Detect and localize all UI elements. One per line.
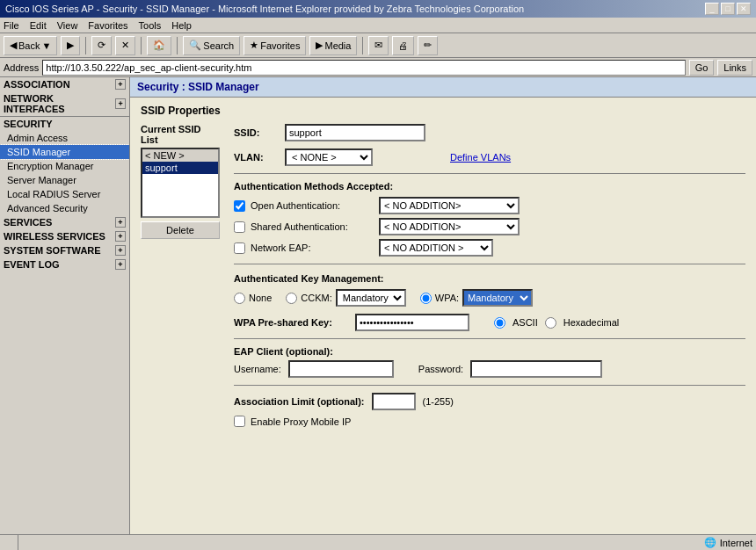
sidebar-item-server-manager[interactable]: Server Manager	[0, 173, 129, 187]
cckm-select[interactable]: Mandatory	[336, 289, 406, 307]
system-expand-icon[interactable]: +	[115, 245, 126, 256]
main-layout: ASSOCIATION + NETWORK INTERFACES + SECUR…	[0, 77, 756, 534]
links-button[interactable]: Links	[717, 60, 752, 76]
wireless-expand-icon[interactable]: +	[115, 231, 126, 242]
open-auth-checkbox[interactable]	[234, 200, 245, 212]
sidebar-item-ssid-manager[interactable]: SSID Manager	[0, 145, 129, 159]
shared-auth-checkbox[interactable]	[234, 221, 245, 233]
media-icon: ▶	[316, 40, 323, 51]
ssid-new-item[interactable]: < NEW >	[142, 149, 218, 162]
password-label: Password:	[418, 364, 463, 374]
menu-edit[interactable]: Edit	[30, 20, 47, 31]
print-button[interactable]: 🖨	[392, 36, 414, 55]
sidebar-section-services[interactable]: SERVICES +	[0, 215, 129, 229]
ssid-input[interactable]	[285, 124, 425, 141]
stop-button[interactable]: ✕	[115, 36, 135, 55]
username-input[interactable]	[288, 360, 394, 378]
delete-button[interactable]: Delete	[141, 221, 220, 239]
services-expand-icon[interactable]: +	[115, 217, 126, 228]
forward-button[interactable]: ▶	[61, 36, 80, 55]
close-button[interactable]: ✕	[737, 3, 751, 15]
cckm-label: CCKM:	[301, 293, 331, 303]
divider-2	[234, 264, 745, 264]
assoc-limit-input[interactable]	[372, 393, 416, 410]
key-mgmt-section: Authenticated Key Management: None CCKM:	[234, 273, 745, 307]
wpa-label: WPA:	[435, 293, 459, 303]
shared-auth-row: Shared Authentication: < NO ADDITION>	[234, 218, 745, 235]
sidebar: ASSOCIATION + NETWORK INTERFACES + SECUR…	[0, 77, 130, 534]
none-radio[interactable]	[234, 293, 245, 304]
wpa-radio[interactable]	[420, 293, 432, 304]
open-auth-label: Open Authentication:	[251, 200, 374, 211]
assoc-limit-label: Association Limit (optional):	[234, 396, 365, 407]
go-button[interactable]: Go	[689, 60, 715, 76]
network-eap-checkbox[interactable]	[234, 242, 245, 254]
toolbar: ◀ Back ▼ ▶ ⟳ ✕ 🏠 🔍 Search ★ Favorites ▶ …	[0, 33, 756, 58]
home-button[interactable]: 🏠	[147, 36, 171, 55]
encoding-group: ASCII Hexadecimal	[494, 317, 619, 329]
maximize-button[interactable]: □	[721, 3, 735, 15]
wpa-select[interactable]: Mandatory	[462, 289, 533, 307]
mail-button[interactable]: ✉	[368, 36, 389, 55]
sidebar-item-admin-access[interactable]: Admin Access	[0, 131, 129, 145]
sidebar-item-local-radius[interactable]: Local RADIUS Server	[0, 187, 129, 201]
menu-bar: File Edit View Favorites Tools Help	[0, 18, 756, 33]
separator-3	[177, 37, 178, 54]
sidebar-section-system[interactable]: SYSTEM SOFTWARE +	[0, 243, 129, 257]
none-label: None	[249, 293, 272, 303]
refresh-button[interactable]: ⟳	[91, 36, 112, 55]
section-title: SSID Properties	[141, 105, 745, 117]
ssid-list-box[interactable]: < NEW > support	[141, 148, 220, 218]
event-expand-icon[interactable]: +	[115, 259, 126, 270]
wpa-psk-input[interactable]	[355, 314, 469, 331]
cckm-radio[interactable]	[286, 293, 297, 304]
search-icon: 🔍	[189, 40, 201, 51]
back-button[interactable]: ◀ Back ▼	[4, 36, 57, 55]
ssid-list-container: Current SSID List < NEW > support Delete	[141, 124, 220, 239]
divider-1	[234, 173, 745, 174]
hexadecimal-label: Hexadecimal	[563, 317, 620, 328]
eap-credentials-row: Username: Password:	[234, 360, 745, 378]
sidebar-section-wireless[interactable]: WIRELESS SERVICES +	[0, 229, 129, 243]
hexadecimal-radio[interactable]	[545, 317, 556, 329]
edit-button[interactable]: ✏	[418, 36, 438, 55]
address-label: Address	[4, 62, 39, 73]
sidebar-section-association[interactable]: ASSOCIATION +	[0, 77, 129, 91]
ascii-radio[interactable]	[494, 317, 505, 329]
association-expand-icon[interactable]: +	[115, 79, 126, 90]
address-input[interactable]	[42, 60, 685, 76]
shared-auth-select[interactable]: < NO ADDITION>	[379, 218, 520, 235]
favorites-button[interactable]: ★ Favorites	[244, 36, 306, 55]
key-mgmt-title: Authenticated Key Management:	[234, 273, 745, 284]
window-controls[interactable]: _ □ ✕	[705, 3, 751, 15]
sidebar-item-encryption-manager[interactable]: Encryption Manager	[0, 159, 129, 173]
sidebar-section-network[interactable]: NETWORK INTERFACES +	[0, 91, 129, 116]
define-vlans-link[interactable]: Define VLANs	[450, 152, 511, 163]
menu-view[interactable]: View	[57, 20, 78, 31]
wpa-psk-label: WPA Pre-shared Key:	[234, 317, 348, 328]
proxy-mobile-checkbox[interactable]	[234, 416, 245, 427]
eap-title: EAP Client (optional):	[234, 346, 745, 357]
open-auth-select[interactable]: < NO ADDITION>	[379, 197, 520, 214]
dropdown-arrow-icon: ▼	[41, 40, 51, 51]
media-button[interactable]: ▶ Media	[309, 36, 357, 55]
vlan-select[interactable]: < NONE >	[285, 148, 373, 166]
sidebar-section-event[interactable]: EVENT LOG +	[0, 257, 129, 271]
menu-help[interactable]: Help	[171, 20, 192, 31]
separator-2	[141, 37, 142, 54]
menu-tools[interactable]: Tools	[139, 20, 162, 31]
network-eap-select[interactable]: < NO ADDITION >	[379, 239, 493, 257]
menu-file[interactable]: File	[4, 20, 19, 31]
proxy-mobile-label: Enable Proxy Mobile IP	[251, 416, 351, 427]
search-button[interactable]: 🔍 Search	[183, 36, 240, 55]
password-input[interactable]	[470, 360, 602, 378]
page-header: Security : SSID Manager	[130, 77, 756, 98]
network-expand-icon[interactable]: +	[115, 98, 126, 109]
menu-favorites[interactable]: Favorites	[88, 20, 127, 31]
minimize-button[interactable]: _	[705, 3, 719, 15]
vlan-row: VLAN: < NONE > Define VLANs	[234, 148, 745, 166]
wpa-psk-row: WPA Pre-shared Key: ASCII Hexadecimal	[234, 314, 745, 331]
ssid-selected-item[interactable]: support	[142, 162, 218, 174]
sidebar-item-advanced-security[interactable]: Advanced Security	[0, 201, 129, 215]
proxy-mobile-row: Enable Proxy Mobile IP	[234, 416, 745, 427]
